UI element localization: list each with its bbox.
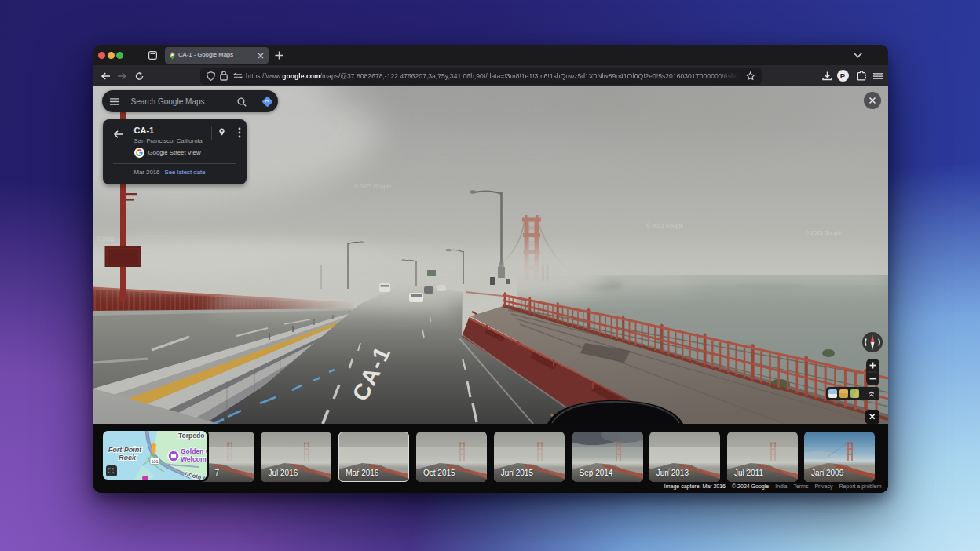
svg-text:Golden G: Golden G bbox=[181, 447, 207, 455]
svg-text:© 2023 Google: © 2023 Google bbox=[646, 223, 683, 229]
svg-text:© 2023: © 2023 bbox=[97, 236, 115, 242]
svg-text:© 2023 Google: © 2023 Google bbox=[805, 230, 842, 236]
svg-text:Fort Point: Fort Point bbox=[108, 446, 141, 454]
svg-text:101: 101 bbox=[151, 459, 158, 464]
svg-text:© 2023 Google: © 2023 Google bbox=[354, 184, 391, 190]
svg-text:Rock: Rock bbox=[118, 454, 136, 462]
svg-text:Welcome: Welcome bbox=[181, 455, 207, 463]
svg-text:Torpedo: Torpedo bbox=[178, 432, 204, 440]
